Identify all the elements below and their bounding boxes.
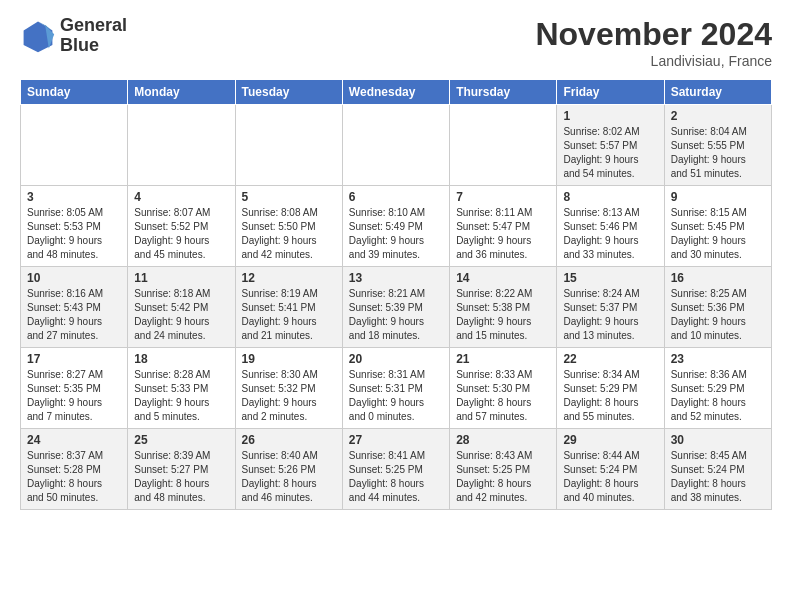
calendar-week-row: 17Sunrise: 8:27 AM Sunset: 5:35 PM Dayli… bbox=[21, 348, 772, 429]
day-number: 9 bbox=[671, 190, 765, 204]
day-info: Sunrise: 8:40 AM Sunset: 5:26 PM Dayligh… bbox=[242, 449, 336, 505]
calendar-cell: 29Sunrise: 8:44 AM Sunset: 5:24 PM Dayli… bbox=[557, 429, 664, 510]
day-number: 7 bbox=[456, 190, 550, 204]
day-info: Sunrise: 8:11 AM Sunset: 5:47 PM Dayligh… bbox=[456, 206, 550, 262]
day-info: Sunrise: 8:39 AM Sunset: 5:27 PM Dayligh… bbox=[134, 449, 228, 505]
calendar-cell: 18Sunrise: 8:28 AM Sunset: 5:33 PM Dayli… bbox=[128, 348, 235, 429]
calendar-cell bbox=[342, 105, 449, 186]
day-info: Sunrise: 8:25 AM Sunset: 5:36 PM Dayligh… bbox=[671, 287, 765, 343]
day-number: 13 bbox=[349, 271, 443, 285]
calendar-cell: 11Sunrise: 8:18 AM Sunset: 5:42 PM Dayli… bbox=[128, 267, 235, 348]
day-info: Sunrise: 8:08 AM Sunset: 5:50 PM Dayligh… bbox=[242, 206, 336, 262]
calendar-cell: 28Sunrise: 8:43 AM Sunset: 5:25 PM Dayli… bbox=[450, 429, 557, 510]
day-info: Sunrise: 8:13 AM Sunset: 5:46 PM Dayligh… bbox=[563, 206, 657, 262]
calendar-week-row: 3Sunrise: 8:05 AM Sunset: 5:53 PM Daylig… bbox=[21, 186, 772, 267]
day-number: 3 bbox=[27, 190, 121, 204]
day-info: Sunrise: 8:22 AM Sunset: 5:38 PM Dayligh… bbox=[456, 287, 550, 343]
month-title: November 2024 bbox=[535, 16, 772, 53]
logo: General Blue bbox=[20, 16, 127, 56]
calendar-cell bbox=[235, 105, 342, 186]
day-info: Sunrise: 8:10 AM Sunset: 5:49 PM Dayligh… bbox=[349, 206, 443, 262]
day-info: Sunrise: 8:02 AM Sunset: 5:57 PM Dayligh… bbox=[563, 125, 657, 181]
location: Landivisiau, France bbox=[535, 53, 772, 69]
day-number: 16 bbox=[671, 271, 765, 285]
calendar-cell: 2Sunrise: 8:04 AM Sunset: 5:55 PM Daylig… bbox=[664, 105, 771, 186]
calendar-cell: 1Sunrise: 8:02 AM Sunset: 5:57 PM Daylig… bbox=[557, 105, 664, 186]
logo-icon bbox=[20, 18, 56, 54]
weekday-header: Tuesday bbox=[235, 80, 342, 105]
title-block: November 2024 Landivisiau, France bbox=[535, 16, 772, 69]
calendar-cell: 24Sunrise: 8:37 AM Sunset: 5:28 PM Dayli… bbox=[21, 429, 128, 510]
day-info: Sunrise: 8:16 AM Sunset: 5:43 PM Dayligh… bbox=[27, 287, 121, 343]
logo-line1: General bbox=[60, 16, 127, 36]
day-number: 15 bbox=[563, 271, 657, 285]
calendar-cell: 21Sunrise: 8:33 AM Sunset: 5:30 PM Dayli… bbox=[450, 348, 557, 429]
day-info: Sunrise: 8:24 AM Sunset: 5:37 PM Dayligh… bbox=[563, 287, 657, 343]
calendar-cell: 15Sunrise: 8:24 AM Sunset: 5:37 PM Dayli… bbox=[557, 267, 664, 348]
day-number: 11 bbox=[134, 271, 228, 285]
day-info: Sunrise: 8:19 AM Sunset: 5:41 PM Dayligh… bbox=[242, 287, 336, 343]
logo-text: General Blue bbox=[60, 16, 127, 56]
day-info: Sunrise: 8:45 AM Sunset: 5:24 PM Dayligh… bbox=[671, 449, 765, 505]
day-info: Sunrise: 8:31 AM Sunset: 5:31 PM Dayligh… bbox=[349, 368, 443, 424]
calendar-cell: 19Sunrise: 8:30 AM Sunset: 5:32 PM Dayli… bbox=[235, 348, 342, 429]
calendar-week-row: 1Sunrise: 8:02 AM Sunset: 5:57 PM Daylig… bbox=[21, 105, 772, 186]
calendar-cell: 26Sunrise: 8:40 AM Sunset: 5:26 PM Dayli… bbox=[235, 429, 342, 510]
calendar-week-row: 24Sunrise: 8:37 AM Sunset: 5:28 PM Dayli… bbox=[21, 429, 772, 510]
day-number: 26 bbox=[242, 433, 336, 447]
day-number: 28 bbox=[456, 433, 550, 447]
day-info: Sunrise: 8:30 AM Sunset: 5:32 PM Dayligh… bbox=[242, 368, 336, 424]
calendar-week-row: 10Sunrise: 8:16 AM Sunset: 5:43 PM Dayli… bbox=[21, 267, 772, 348]
header: General Blue November 2024 Landivisiau, … bbox=[20, 16, 772, 69]
day-number: 6 bbox=[349, 190, 443, 204]
day-number: 2 bbox=[671, 109, 765, 123]
calendar-cell: 6Sunrise: 8:10 AM Sunset: 5:49 PM Daylig… bbox=[342, 186, 449, 267]
day-info: Sunrise: 8:43 AM Sunset: 5:25 PM Dayligh… bbox=[456, 449, 550, 505]
day-info: Sunrise: 8:18 AM Sunset: 5:42 PM Dayligh… bbox=[134, 287, 228, 343]
calendar-cell: 4Sunrise: 8:07 AM Sunset: 5:52 PM Daylig… bbox=[128, 186, 235, 267]
day-number: 1 bbox=[563, 109, 657, 123]
calendar-cell: 10Sunrise: 8:16 AM Sunset: 5:43 PM Dayli… bbox=[21, 267, 128, 348]
day-info: Sunrise: 8:34 AM Sunset: 5:29 PM Dayligh… bbox=[563, 368, 657, 424]
day-info: Sunrise: 8:27 AM Sunset: 5:35 PM Dayligh… bbox=[27, 368, 121, 424]
day-number: 30 bbox=[671, 433, 765, 447]
calendar-cell bbox=[450, 105, 557, 186]
day-number: 5 bbox=[242, 190, 336, 204]
day-info: Sunrise: 8:28 AM Sunset: 5:33 PM Dayligh… bbox=[134, 368, 228, 424]
day-number: 19 bbox=[242, 352, 336, 366]
weekday-header: Saturday bbox=[664, 80, 771, 105]
calendar-cell: 25Sunrise: 8:39 AM Sunset: 5:27 PM Dayli… bbox=[128, 429, 235, 510]
day-number: 25 bbox=[134, 433, 228, 447]
day-number: 4 bbox=[134, 190, 228, 204]
day-info: Sunrise: 8:33 AM Sunset: 5:30 PM Dayligh… bbox=[456, 368, 550, 424]
calendar-cell: 20Sunrise: 8:31 AM Sunset: 5:31 PM Dayli… bbox=[342, 348, 449, 429]
day-number: 22 bbox=[563, 352, 657, 366]
calendar-table: SundayMondayTuesdayWednesdayThursdayFrid… bbox=[20, 79, 772, 510]
day-number: 17 bbox=[27, 352, 121, 366]
day-number: 18 bbox=[134, 352, 228, 366]
day-info: Sunrise: 8:41 AM Sunset: 5:25 PM Dayligh… bbox=[349, 449, 443, 505]
calendar-cell: 14Sunrise: 8:22 AM Sunset: 5:38 PM Dayli… bbox=[450, 267, 557, 348]
day-number: 8 bbox=[563, 190, 657, 204]
calendar-cell bbox=[128, 105, 235, 186]
calendar-cell bbox=[21, 105, 128, 186]
weekday-header: Monday bbox=[128, 80, 235, 105]
day-number: 23 bbox=[671, 352, 765, 366]
calendar-cell: 30Sunrise: 8:45 AM Sunset: 5:24 PM Dayli… bbox=[664, 429, 771, 510]
weekday-header: Friday bbox=[557, 80, 664, 105]
day-info: Sunrise: 8:21 AM Sunset: 5:39 PM Dayligh… bbox=[349, 287, 443, 343]
calendar-cell: 12Sunrise: 8:19 AM Sunset: 5:41 PM Dayli… bbox=[235, 267, 342, 348]
day-number: 14 bbox=[456, 271, 550, 285]
day-info: Sunrise: 8:04 AM Sunset: 5:55 PM Dayligh… bbox=[671, 125, 765, 181]
day-info: Sunrise: 8:05 AM Sunset: 5:53 PM Dayligh… bbox=[27, 206, 121, 262]
weekday-header: Wednesday bbox=[342, 80, 449, 105]
day-number: 29 bbox=[563, 433, 657, 447]
calendar-cell: 8Sunrise: 8:13 AM Sunset: 5:46 PM Daylig… bbox=[557, 186, 664, 267]
calendar-cell: 22Sunrise: 8:34 AM Sunset: 5:29 PM Dayli… bbox=[557, 348, 664, 429]
calendar-cell: 5Sunrise: 8:08 AM Sunset: 5:50 PM Daylig… bbox=[235, 186, 342, 267]
calendar-cell: 7Sunrise: 8:11 AM Sunset: 5:47 PM Daylig… bbox=[450, 186, 557, 267]
calendar-body: 1Sunrise: 8:02 AM Sunset: 5:57 PM Daylig… bbox=[21, 105, 772, 510]
calendar-header-row: SundayMondayTuesdayWednesdayThursdayFrid… bbox=[21, 80, 772, 105]
logo-line2: Blue bbox=[60, 36, 127, 56]
day-number: 12 bbox=[242, 271, 336, 285]
